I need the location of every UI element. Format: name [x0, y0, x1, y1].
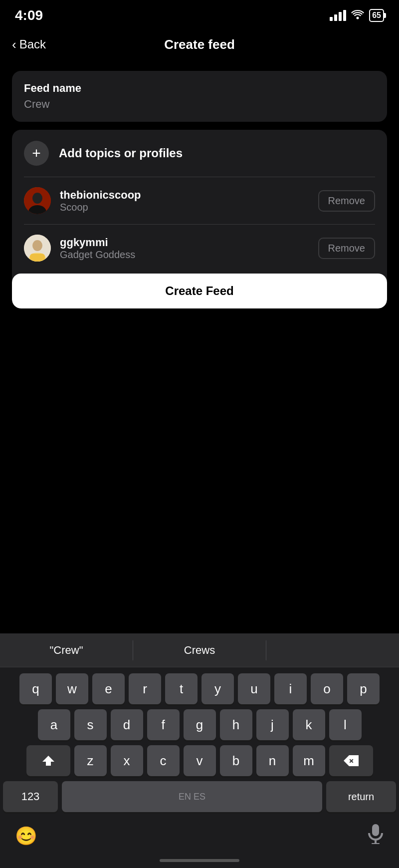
profile-row-ggkymmi: ggkymmi Gadget Goddess Remove	[12, 225, 387, 272]
key-l[interactable]: l	[329, 709, 362, 740]
svg-rect-8	[30, 254, 45, 262]
keyboard-area: "Crew" Crews q w e r t y u i o p a s	[0, 633, 399, 868]
key-d[interactable]: d	[111, 709, 143, 740]
status-time: 4:09	[15, 7, 43, 23]
svg-point-0	[357, 17, 359, 19]
profile-row-scoop: thebionicscoop Scoop Remove	[12, 177, 387, 224]
autocomplete-item-3[interactable]	[266, 633, 399, 667]
key-return[interactable]: return	[326, 781, 396, 812]
key-i[interactable]: i	[274, 673, 307, 704]
profile-displayname-scoop: Scoop	[60, 202, 309, 213]
home-indicator	[0, 855, 399, 868]
key-b[interactable]: b	[220, 745, 252, 776]
keyboard-row-2: a s d f g h j k l	[3, 709, 396, 740]
avatar-ggkymmi	[24, 235, 51, 262]
key-v[interactable]: v	[184, 745, 216, 776]
wifi-icon	[351, 8, 364, 22]
key-space[interactable]: EN ES	[62, 781, 322, 812]
profile-username-scoop: thebionicscoop	[60, 189, 309, 202]
key-q[interactable]: q	[19, 673, 52, 704]
back-label: Back	[19, 37, 46, 51]
keyboard-row-3: z x c v b n m	[3, 745, 396, 776]
profile-username-ggkymmi: ggkymmi	[60, 236, 309, 249]
back-chevron-icon: ‹	[12, 38, 16, 51]
profile-info-scoop: thebionicscoop Scoop	[60, 189, 309, 213]
key-p[interactable]: p	[347, 673, 380, 704]
add-topics-button[interactable]: +	[24, 141, 49, 166]
key-123[interactable]: 123	[3, 781, 58, 812]
autocomplete-item-2[interactable]: Crews	[133, 633, 266, 667]
key-shift[interactable]	[26, 745, 70, 776]
key-x[interactable]: x	[111, 745, 143, 776]
keyboard-row-4: 123 EN ES return	[3, 781, 396, 812]
profile-displayname-ggkymmi: Gadget Goddess	[60, 249, 309, 261]
key-f[interactable]: f	[147, 709, 180, 740]
key-t[interactable]: t	[165, 673, 198, 704]
back-button[interactable]: ‹ Back	[12, 37, 46, 51]
remove-button-scoop[interactable]: Remove	[318, 190, 375, 212]
profile-info-ggkymmi: ggkymmi Gadget Goddess	[60, 236, 309, 261]
topics-card: + Add topics or profiles thebionicscoop …	[12, 130, 387, 308]
autocomplete-bar: "Crew" Crews	[0, 633, 399, 667]
nav-bar: ‹ Back Create feed	[0, 28, 399, 61]
key-k[interactable]: k	[293, 709, 325, 740]
key-m[interactable]: m	[293, 745, 325, 776]
key-n[interactable]: n	[256, 745, 289, 776]
main-content: Feed name Crew + Add topics or profiles …	[0, 61, 399, 318]
key-g[interactable]: g	[184, 709, 216, 740]
add-topics-label: Add topics or profiles	[59, 146, 183, 160]
key-backspace[interactable]	[329, 745, 373, 776]
status-icons: 65	[330, 8, 384, 22]
keyboard-row-1: q w e r t y u i o p	[3, 673, 396, 704]
key-a[interactable]: a	[38, 709, 70, 740]
feed-name-label: Feed name	[24, 82, 375, 95]
key-u[interactable]: u	[238, 673, 270, 704]
svg-point-7	[33, 241, 42, 251]
battery-icon: 65	[369, 9, 384, 22]
keyboard: q w e r t y u i o p a s d f g h j k l	[0, 667, 399, 819]
key-w[interactable]: w	[56, 673, 88, 704]
status-bar: 4:09 65	[0, 0, 399, 28]
key-z[interactable]: z	[74, 745, 107, 776]
add-topics-row[interactable]: + Add topics or profiles	[12, 130, 387, 177]
feed-name-card[interactable]: Feed name Crew	[12, 71, 387, 122]
home-bar	[160, 859, 239, 862]
keyboard-bottom-bar: 😊	[0, 819, 399, 855]
microphone-icon[interactable]	[367, 824, 384, 848]
emoji-icon[interactable]: 😊	[15, 826, 37, 847]
key-r[interactable]: r	[129, 673, 161, 704]
create-feed-button[interactable]: Create Feed	[12, 274, 387, 308]
create-feed-button-label: Create Feed	[165, 284, 233, 298]
key-s[interactable]: s	[74, 709, 107, 740]
key-o[interactable]: o	[311, 673, 343, 704]
avatar-scoop	[24, 187, 51, 214]
key-y[interactable]: y	[201, 673, 234, 704]
remove-button-ggkymmi[interactable]: Remove	[318, 238, 375, 259]
svg-rect-9	[372, 824, 379, 836]
signal-icon	[330, 10, 346, 21]
key-e[interactable]: e	[92, 673, 125, 704]
key-j[interactable]: j	[256, 709, 289, 740]
svg-point-2	[32, 193, 42, 204]
key-h[interactable]: h	[220, 709, 252, 740]
feed-name-value: Crew	[24, 98, 49, 110]
key-c[interactable]: c	[147, 745, 180, 776]
svg-rect-11	[372, 843, 380, 844]
autocomplete-item-1[interactable]: "Crew"	[0, 633, 133, 667]
page-title: Create feed	[164, 37, 235, 52]
